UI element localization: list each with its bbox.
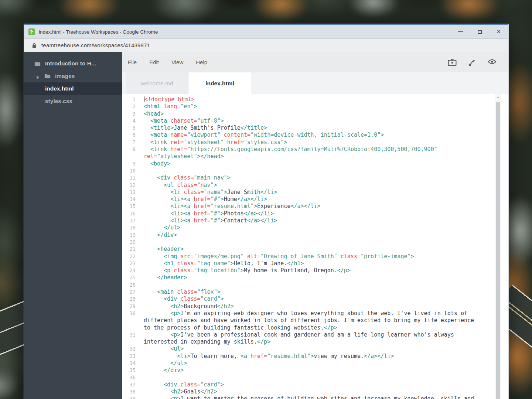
scrollbar-up-arrow[interactable]: ▲: [495, 94, 501, 101]
code-line: 14 <li><a href="#">Home</a></li>: [122, 196, 508, 203]
line-number: 16: [122, 210, 138, 217]
line-number: 6: [122, 132, 138, 139]
line-number: 31: [122, 331, 138, 338]
fork-icon[interactable]: [468, 58, 477, 66]
line-number: 8: [122, 146, 138, 153]
code-line: 18 </ul>: [122, 224, 508, 231]
code-line: 31 <p>I've been a professional cook and …: [122, 331, 508, 346]
code-line: 38 <h2>Goals</h2>: [122, 388, 508, 395]
chevron-right-icon[interactable]: [36, 74, 40, 78]
code-line: 3<head>: [122, 110, 508, 117]
code-line: 12 <ul class="nav">: [122, 182, 508, 189]
url-text[interactable]: teamtreehouse.com/workspaces/41439871: [41, 42, 150, 48]
code-line-content: <li>To learn more, <a href="resume.html"…: [144, 353, 478, 360]
code-line: 35 </div>: [122, 367, 508, 374]
line-number: 19: [122, 232, 138, 239]
code-line-content: <main class="flex">: [144, 289, 478, 296]
code-line: 36: [122, 374, 508, 381]
code-line-content: <link rel="stylesheet" href="styles.css"…: [144, 139, 478, 146]
line-number: 37: [122, 381, 138, 388]
tab-index-html[interactable]: index.html: [189, 72, 251, 94]
code-line-content: <html lang="en">: [144, 103, 478, 110]
code-line-content: <li><a href="#">Photos</a></li>: [144, 210, 478, 217]
line-number: 26: [122, 282, 138, 289]
line-number: 9: [122, 160, 138, 167]
code-line-content: <p>I want to master the process of build…: [144, 395, 478, 399]
sidebar-item-label: images: [55, 73, 75, 79]
sidebar-item-images[interactable]: images: [24, 70, 122, 82]
menu-help[interactable]: Help: [196, 59, 207, 65]
folder-icon: [34, 61, 41, 66]
code-line: 39 <p>I want to master the process of bu…: [122, 395, 508, 399]
line-number: 23: [122, 260, 138, 267]
code-editor[interactable]: 1<!doctype html>2<html lang="en">3<head>…: [122, 94, 508, 399]
menu-edit[interactable]: Edit: [149, 59, 159, 65]
address-bar[interactable]: teamtreehouse.com/workspaces/41439871: [24, 38, 508, 52]
menu-view[interactable]: View: [171, 59, 183, 65]
code-line: 13 <li class="name">Jane Smith</li>: [122, 189, 508, 196]
menu-file[interactable]: File: [128, 59, 137, 65]
code-line: 37 <div class="card">: [122, 381, 508, 388]
editor-scrollbar[interactable]: ▲: [495, 94, 501, 399]
line-number: 10: [122, 167, 138, 174]
code-line: 22 <img src="images/me.png" alt="Drawing…: [122, 253, 508, 260]
maximize-button[interactable]: [470, 25, 489, 38]
code-line-content: </div>: [144, 232, 478, 239]
code-line-content: <div class="main-nav">: [144, 174, 478, 181]
line-number: 25: [122, 274, 138, 281]
code-line-content: </ul>: [144, 360, 478, 367]
code-line: 33 <li>To learn more, <a href="resume.ht…: [122, 353, 508, 360]
line-number: 20: [122, 239, 138, 246]
code-line: 2<html lang="en">: [122, 103, 508, 110]
code-line-content: <ul class="nav">: [144, 182, 478, 189]
line-number: 22: [122, 253, 138, 260]
menu-bar: File Edit View Help: [122, 52, 508, 72]
minimize-button[interactable]: [451, 25, 470, 38]
scrollbar-thumb[interactable]: [496, 102, 500, 399]
titlebar[interactable]: index.html - Treehouse Workspaces - Goog…: [24, 25, 508, 38]
code-line: 7 <link rel="stylesheet" href="styles.cs…: [122, 139, 508, 146]
tab-bar: welcome.md index.html: [122, 72, 508, 94]
sidebar-item-styles-css[interactable]: styles.css: [24, 95, 122, 108]
close-icon: ✕: [496, 29, 501, 35]
code-line-content: <img src="images/me.png" alt="Drawing of…: [144, 253, 478, 260]
code-line: 27 <main class="flex">: [122, 289, 508, 296]
code-line: 16 <li><a href="#">Photos</a></li>: [122, 210, 508, 217]
code-area[interactable]: 1<!doctype html>2<html lang="en">3<head>…: [122, 94, 508, 399]
treehouse-favicon-icon: [28, 28, 35, 35]
window-title: index.html - Treehouse Workspaces - Goog…: [39, 29, 158, 35]
line-number: 15: [122, 203, 138, 210]
close-button[interactable]: ✕: [489, 25, 508, 38]
code-line-content: <ul>: [144, 345, 478, 352]
eye-icon[interactable]: [488, 58, 497, 66]
line-number: 21: [122, 246, 138, 253]
sidebar-item-project[interactable]: Introduction to H...: [24, 57, 122, 70]
camera-icon[interactable]: [448, 58, 457, 66]
line-number: 30: [122, 310, 138, 317]
code-line: 10: [122, 167, 508, 174]
code-line-content: <link href="https://fonts.googleapis.com…: [144, 146, 478, 160]
line-number: 18: [122, 224, 138, 231]
code-line: 30 <p>I'm an aspiring web designer who l…: [122, 310, 508, 331]
maximize-icon: [478, 30, 482, 34]
code-line-content: <p>I've been a professional cook and gar…: [144, 331, 478, 346]
code-line: 8 <link href="https://fonts.googleapis.c…: [122, 146, 508, 160]
code-line: 23 <h1 class="tag name">Hello, I'm Jane.…: [122, 260, 508, 267]
code-line: 32 <ul>: [122, 345, 508, 352]
code-line-content: <li class="name">Jane Smith</li>: [144, 189, 478, 196]
sidebar-item-index-html[interactable]: index.html: [24, 82, 122, 95]
line-number: 13: [122, 189, 138, 196]
code-line: 29 <h2>Background</h2>: [122, 303, 508, 310]
code-line-content: </div>: [144, 367, 478, 374]
line-number: 29: [122, 303, 138, 310]
code-line: 28 <div class="card">: [122, 296, 508, 303]
minimize-icon: [458, 31, 463, 32]
code-line: 34 </ul>: [122, 360, 508, 367]
tab-welcome-md[interactable]: welcome.md: [126, 72, 188, 94]
sidebar-item-label: index.html: [45, 85, 74, 92]
line-number: 4: [122, 117, 138, 125]
code-line-content: <h1 class="tag name">Hello, I'm Jane.</h…: [144, 260, 478, 267]
code-line-content: </ul>: [144, 224, 478, 231]
line-number: 1: [122, 96, 138, 103]
code-line: 20: [122, 239, 508, 246]
